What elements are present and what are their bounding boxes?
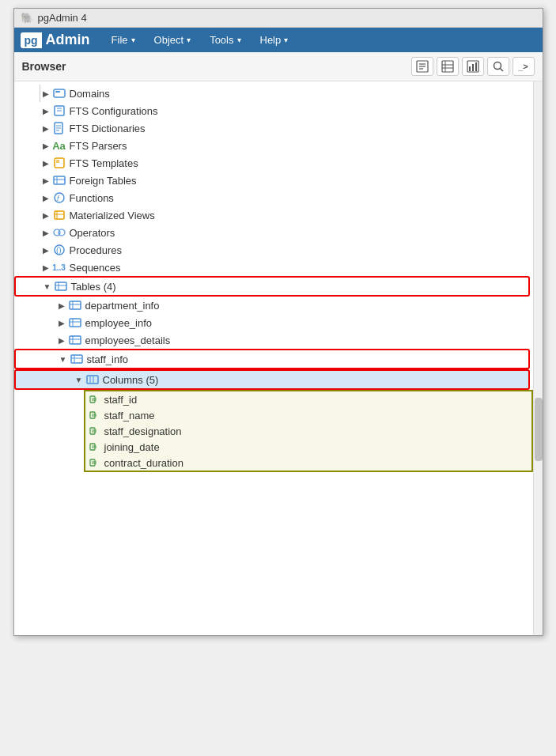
foreign-table-icon bbox=[53, 174, 66, 187]
svg-rect-11 bbox=[475, 62, 477, 71]
tree-item-fts-dict[interactable]: ▶ FTS Dictionaries bbox=[14, 119, 533, 137]
svg-rect-10 bbox=[472, 64, 474, 71]
properties-icon bbox=[416, 60, 429, 73]
expand-icon[interactable]: ▶ bbox=[55, 316, 68, 329]
columns-label: Columns (5) bbox=[103, 374, 159, 386]
fts-templates-label: FTS Templates bbox=[70, 157, 138, 169]
pgadmin-window: 🐘 pgAdmin 4 pg Admin File ▾ Object ▾ Too… bbox=[13, 8, 543, 636]
statistics-button[interactable] bbox=[462, 57, 484, 76]
expand-icon[interactable]: ▼ bbox=[57, 353, 70, 365]
tree-item-staff-info[interactable]: ▼ staff_info bbox=[14, 349, 530, 369]
emps-details-label: employees_details bbox=[85, 335, 171, 346]
svg-rect-70 bbox=[90, 444, 95, 450]
logo-pg: pg bbox=[21, 32, 42, 48]
svg-line-13 bbox=[500, 69, 503, 72]
svg-point-28 bbox=[55, 193, 64, 202]
tree-item-tables[interactable]: ▼ Tables (4) bbox=[14, 276, 530, 297]
expand-icon[interactable]: ▶ bbox=[40, 157, 52, 169]
column-icon bbox=[89, 440, 101, 453]
menu-tools[interactable]: Tools ▾ bbox=[200, 28, 250, 52]
column-icon bbox=[89, 456, 101, 469]
expand-icon[interactable]: ▶ bbox=[55, 299, 68, 312]
scrollbar[interactable] bbox=[533, 81, 543, 635]
tree-item-columns[interactable]: ▼ Columns (5) bbox=[14, 369, 530, 390]
staff-designation-label: staff_designation bbox=[104, 425, 182, 437]
menubar: pg Admin File ▾ Object ▾ Tools ▾ Help ▾ bbox=[14, 28, 543, 52]
tree-item-domains[interactable]: ▶ Domains bbox=[14, 85, 533, 102]
operators-icon bbox=[53, 226, 66, 239]
expand-icon[interactable]: ▶ bbox=[55, 334, 68, 346]
expand-icon[interactable]: ▶ bbox=[40, 209, 52, 221]
expand-icon[interactable]: ▶ bbox=[40, 244, 52, 256]
column-contract-duration[interactable]: contract_duration bbox=[85, 455, 531, 471]
svg-text:f: f bbox=[57, 195, 60, 202]
column-icon bbox=[89, 393, 101, 406]
tree-item-emps-details[interactable]: ▶ employees_details bbox=[14, 331, 533, 349]
terminal-button[interactable]: _> bbox=[513, 57, 535, 76]
expand-icon[interactable]: ▶ bbox=[40, 226, 52, 239]
expand-icon[interactable]: ▶ bbox=[40, 122, 52, 134]
expand-icon[interactable]: ▶ bbox=[40, 87, 52, 100]
expand-icon[interactable]: ▶ bbox=[40, 261, 52, 274]
tree-item-sequences[interactable]: ▶ 1..3 Sequences bbox=[14, 259, 533, 276]
column-icon bbox=[89, 409, 101, 421]
tree-item-procedures[interactable]: ▶ () Procedures bbox=[14, 241, 533, 259]
tree-pane[interactable]: ▶ Domains ▶ bbox=[14, 81, 533, 635]
expand-icon[interactable]: ▶ bbox=[40, 191, 52, 204]
svg-rect-53 bbox=[71, 355, 82, 363]
tree-item-fts-templates[interactable]: ▶ FTS Templates bbox=[14, 154, 533, 172]
svg-rect-42 bbox=[70, 301, 81, 309]
column-joining-date[interactable]: joining_date bbox=[85, 439, 531, 455]
emp-info-label: employee_info bbox=[85, 317, 153, 329]
svg-rect-48 bbox=[70, 336, 81, 344]
menu-object[interactable]: Object ▾ bbox=[145, 28, 201, 52]
tree-item-functions[interactable]: ▶ f Functions bbox=[14, 189, 533, 206]
svg-rect-67 bbox=[90, 428, 95, 434]
functions-icon: f bbox=[53, 191, 66, 204]
contract-duration-label: contract_duration bbox=[104, 457, 183, 469]
expand-icon[interactable]: ▶ bbox=[40, 104, 52, 117]
table-icon bbox=[70, 353, 83, 365]
sequences-label: Sequences bbox=[70, 262, 121, 274]
column-staff-id[interactable]: staff_id bbox=[85, 391, 531, 407]
svg-rect-30 bbox=[55, 211, 64, 219]
chevron-down-icon: ▾ bbox=[237, 36, 241, 44]
expand-icon[interactable]: ▶ bbox=[40, 174, 52, 187]
scrollbar-thumb[interactable] bbox=[535, 398, 543, 461]
tree-item-operators[interactable]: ▶ Operators bbox=[14, 224, 533, 241]
window-title: pgAdmin 4 bbox=[38, 12, 87, 24]
search-button[interactable] bbox=[487, 57, 509, 76]
tree-item-fts-parsers[interactable]: ▶ Aa FTS Parsers bbox=[14, 137, 533, 154]
fts-config-icon bbox=[53, 104, 66, 117]
column-staff-designation[interactable]: staff_designation bbox=[85, 423, 531, 439]
terminal-icon: _> bbox=[518, 62, 528, 71]
fts-configs-label: FTS Configurations bbox=[70, 105, 158, 117]
procedures-icon: () bbox=[53, 244, 66, 256]
tree-item-fts-configs[interactable]: ▶ FTS Configurations bbox=[14, 102, 533, 119]
search-icon bbox=[492, 60, 505, 73]
expand-icon[interactable]: ▼ bbox=[73, 373, 85, 386]
chevron-down-icon: ▾ bbox=[131, 36, 135, 44]
fts-dict-label: FTS Dictionaries bbox=[70, 123, 146, 134]
tree-item-dept-info[interactable]: ▶ department_info bbox=[14, 297, 533, 314]
menu-file[interactable]: File ▾ bbox=[102, 28, 145, 52]
sql-icon bbox=[441, 60, 454, 73]
columns-icon bbox=[86, 373, 99, 386]
domains-icon bbox=[53, 87, 66, 100]
column-staff-name[interactable]: staff_name bbox=[85, 407, 531, 423]
table-icon bbox=[69, 316, 81, 329]
dept-info-label: department_info bbox=[85, 300, 160, 312]
tree-item-mat-views[interactable]: ▶ Materialized Views bbox=[14, 206, 533, 224]
expand-icon[interactable]: ▶ bbox=[40, 139, 52, 152]
procedures-label: Procedures bbox=[70, 244, 122, 256]
tree-item-emp-info[interactable]: ▶ employee_info bbox=[14, 314, 533, 331]
svg-rect-15 bbox=[55, 91, 60, 93]
menu-help[interactable]: Help ▾ bbox=[251, 28, 298, 52]
browser-toolbar: _> bbox=[411, 57, 535, 76]
expand-icon[interactable]: ▼ bbox=[41, 280, 54, 293]
properties-button[interactable] bbox=[411, 57, 433, 76]
sql-button[interactable] bbox=[437, 57, 459, 76]
table-icon bbox=[69, 299, 81, 312]
tree-item-foreign-tables[interactable]: ▶ Foreign Tables bbox=[14, 172, 533, 189]
svg-rect-24 bbox=[56, 160, 59, 163]
